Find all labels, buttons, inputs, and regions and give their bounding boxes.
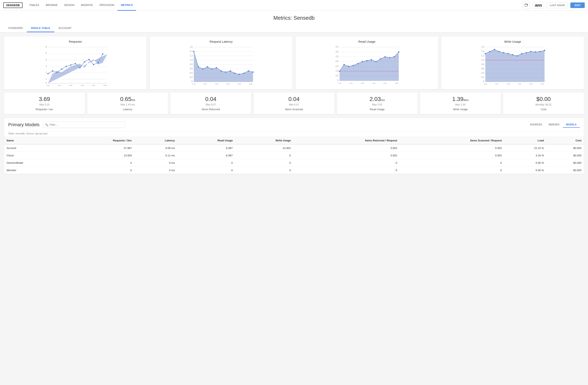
cell-read: 6.967 — [177, 152, 235, 159]
svg-point-19 — [70, 64, 72, 66]
svg-point-58 — [220, 70, 222, 72]
svg-point-90 — [339, 70, 340, 72]
svg-text:5: 5 — [46, 52, 47, 54]
svg-text:2.5: 2.5 — [336, 55, 338, 58]
cell-latency: 0.11 ms — [134, 152, 177, 159]
cell-items-scanned: 0 — [399, 167, 504, 174]
last-hour-button[interactable]: LAST HOUR — [546, 2, 568, 8]
stat-items-returned: 0.04 Max 0.07 Items Returned — [170, 92, 251, 114]
tab-standard[interactable]: STANDARD — [4, 24, 27, 32]
svg-text:0: 0 — [483, 80, 484, 83]
svg-text:1.6: 1.6 — [190, 46, 193, 48]
svg-text:5:00: 5:00 — [238, 83, 241, 85]
cell-name: Member — [4, 167, 66, 174]
svg-text:4:16: 4:16 — [192, 83, 195, 85]
svg-point-65 — [252, 71, 254, 73]
svg-text:5:08: 5:08 — [249, 83, 252, 85]
svg-point-18 — [66, 66, 67, 67]
cell-requests: 0 — [66, 159, 134, 167]
cell-cost: $0.000 — [546, 167, 584, 174]
models-header: Primary Models 🔍 SOURCES INDEXES MODELS — [4, 118, 584, 131]
col-items-scanned: Items Scanned / Request — [399, 137, 504, 144]
svg-point-54 — [202, 68, 204, 69]
svg-text:0.8: 0.8 — [190, 63, 193, 66]
refresh-button[interactable] — [523, 2, 530, 9]
header-right: aws LAST HOUR EDIT — [523, 2, 585, 9]
model-tab-sources[interactable]: SOURCES — [527, 122, 545, 128]
page-title: Metrics: Sensedb — [0, 11, 588, 24]
stat-max-write-usage: Max 1.50 — [423, 103, 498, 106]
svg-text:0.6: 0.6 — [481, 68, 484, 70]
svg-point-137 — [516, 55, 518, 57]
stat-value-latency: 0.65ms — [91, 96, 165, 102]
svg-point-61 — [234, 72, 235, 74]
cell-read: 0 — [177, 167, 235, 174]
model-tab-indexes[interactable]: INDEXES — [545, 122, 563, 128]
nav-provision[interactable]: PROVISION — [96, 0, 118, 11]
cell-load: 3.16 % — [504, 152, 546, 159]
svg-text:1.4: 1.4 — [481, 50, 484, 52]
col-latency: Latency — [134, 137, 177, 144]
svg-point-17 — [61, 68, 63, 70]
nav-design[interactable]: DESIGN — [61, 0, 78, 11]
svg-text:1.0: 1.0 — [481, 59, 484, 61]
svg-point-103 — [398, 51, 399, 53]
svg-text:0: 0 — [46, 82, 47, 84]
stat-max-items-scanned: Max 0.07 — [257, 103, 331, 106]
svg-point-138 — [521, 53, 523, 54]
svg-point-140 — [530, 51, 532, 52]
svg-point-62 — [239, 74, 240, 75]
stat-value-items-scanned: 0.04 — [257, 96, 331, 102]
svg-text:0.8: 0.8 — [481, 63, 484, 66]
svg-point-21 — [79, 67, 81, 68]
svg-text:0: 0 — [337, 79, 338, 81]
svg-text:4:36: 4:36 — [507, 83, 510, 85]
stat-max-latency: Max 1.43 ms — [91, 103, 165, 106]
nav-tables[interactable]: TABLES — [26, 0, 42, 11]
stat-value-write-usage: 1.39wcu — [423, 96, 498, 102]
col-items-returned: Items Returned / Request — [294, 137, 399, 144]
svg-point-64 — [248, 70, 249, 72]
svg-point-94 — [357, 63, 358, 65]
nav-browse[interactable]: BROWSE — [42, 0, 61, 11]
stat-label-latency: Latency — [91, 108, 165, 111]
search-icon: 🔍 — [45, 123, 48, 126]
svg-point-60 — [230, 70, 231, 72]
cell-load: 0.00 % — [504, 159, 546, 167]
nav-metrics[interactable]: METRICS — [118, 0, 136, 11]
svg-text:4:24: 4:24 — [204, 83, 207, 85]
tab-single-table[interactable]: SINGLE TABLE — [27, 24, 54, 32]
tab-account[interactable]: ACCOUNT — [54, 24, 76, 32]
svg-text:1: 1 — [46, 78, 47, 80]
svg-point-97 — [371, 59, 372, 61]
svg-text:0.2: 0.2 — [190, 76, 193, 78]
requests-chart-card: Requests 6 5 4 3 2 1 0 — [4, 37, 147, 89]
read-usage-chart-card: Read Usage 3.5 3.0 2.5 2.0 1.5 1.0 0. — [296, 37, 438, 89]
logo-button[interactable]: SENSEDB — [3, 2, 22, 8]
nav-migrate[interactable]: MIGRATE — [78, 0, 96, 11]
cell-read: 0 — [177, 159, 235, 167]
stat-read-usage: 2.03rcu Max 3.02 Read Usage — [337, 92, 418, 114]
aws-text: aws — [535, 3, 542, 8]
edit-button[interactable]: EDIT — [570, 2, 585, 8]
stat-value-requests: 3.69 — [7, 96, 82, 102]
svg-text:4:16: 4:16 — [46, 85, 50, 86]
cell-write: 41.801 — [235, 144, 294, 152]
col-load: Load — [504, 137, 546, 144]
filter-input[interactable] — [43, 121, 125, 128]
model-tab-models[interactable]: MODELS — [563, 122, 580, 128]
models-section: Primary Models 🔍 SOURCES INDEXES MODELS … — [4, 118, 584, 174]
svg-text:1.0: 1.0 — [190, 59, 193, 61]
latency-chart-title: Request Latency — [153, 40, 289, 43]
col-requests: Requests / Sec — [66, 137, 134, 144]
svg-point-131 — [489, 51, 491, 52]
svg-marker-128 — [485, 49, 545, 82]
svg-point-130 — [485, 53, 486, 54]
cell-name: Account — [4, 144, 66, 152]
svg-point-95 — [362, 61, 363, 62]
stat-max-requests: Max 5.23 — [7, 103, 82, 106]
table-row: Cloud 13.934 0.11 ms 6.967 0 0.002 0.002… — [4, 152, 584, 159]
read-usage-chart-svg: 3.5 3.0 2.5 2.0 1.5 1.0 0.5 0 — [299, 45, 435, 86]
refresh-icon — [525, 4, 528, 7]
cell-items-returned: 0.002 — [294, 144, 399, 152]
